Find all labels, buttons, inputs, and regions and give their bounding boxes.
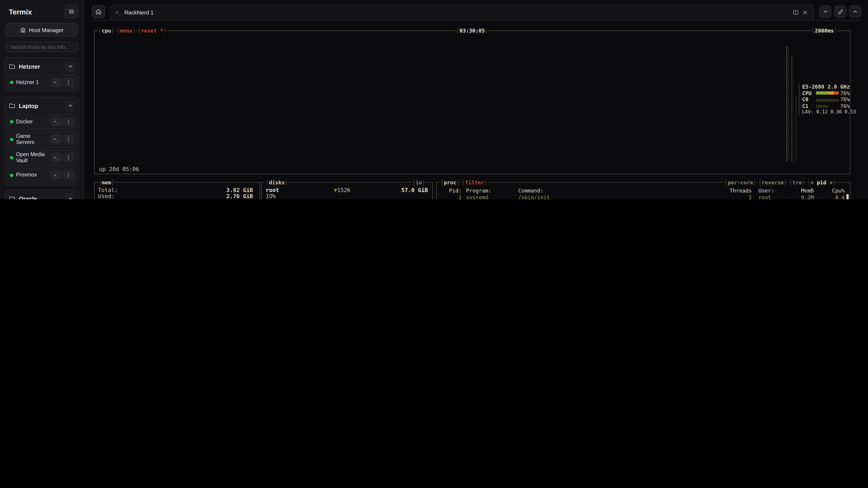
host-terminal-button[interactable]: >_ [51,78,61,87]
reset-button[interactable]: ┤reset *├ [137,27,167,34]
core1-label: C1 [802,103,814,109]
host-folder: HetznerHetzner 1>_ [4,58,79,92]
folder-collapse-button[interactable] [65,62,75,71]
uptime: up 20d 05:06 [99,166,139,172]
folder-collapse-button[interactable] [65,194,75,199]
host-name: Proxmox [16,172,48,178]
memory-panel: ┤mem├ Total:3.82 GiB Used:2.76 GiB 72% A… [94,182,260,199]
core1-sparkline [816,105,828,108]
sidebar-menu-button[interactable] [65,5,78,18]
host-menu-button[interactable] [63,171,74,180]
proc-scrollbar-thumb[interactable] [846,194,848,199]
process-panel: ┤proc├ ┤filter├ ┤per-core├ ┤reverse├ ┤tr… [436,182,850,199]
cpu-total-label: CPU [802,90,814,96]
terminal-tab[interactable]: >_ RackNerd 1 [110,4,814,20]
cpu-total-pct: 76% [840,90,850,96]
memory-panel-title: ┤mem├ [98,179,115,186]
folder-list: HetznerHetzner 1>_LaptopDocker>_Game Ser… [0,54,84,199]
split-view-button[interactable] [793,9,799,15]
folder-icon [9,195,16,199]
process-panel-title: ┤proc├ [440,179,460,186]
reverse-tab[interactable]: ┤reverse├ [758,179,787,186]
core0-label: C0 [802,96,814,103]
collapse-panel-button[interactable] [819,5,831,18]
host-item[interactable]: Game Servers>_ [6,131,77,148]
status-dot [10,173,13,177]
folder-header[interactable]: Hetzner [6,60,77,73]
cpu-graph [786,46,788,162]
tree-tab[interactable]: ┤tre├ [789,179,806,186]
building-icon [20,27,26,33]
kebab-menu-icon [66,155,71,160]
cpu-panel-title: ┤cpu├ [98,27,115,34]
load-average: LAV: 0.12 0.36 0.53 [802,109,850,115]
credentials-button[interactable] [834,5,846,18]
terminal-view[interactable]: ┤cpu├ ┤menu├ ┤reset *├ ┤03:30:05├ ┤2000m… [84,23,868,199]
hamburger-icon [68,8,74,15]
terminal-prompt-icon: >_ [116,10,121,15]
clock: ┤03:30:05├ [456,27,489,34]
status-dot [10,156,13,159]
host-manager-button[interactable]: Host Manager [5,23,78,37]
host-menu-button[interactable] [63,118,74,126]
kebab-menu-icon [66,119,71,124]
close-tab-button[interactable] [802,9,808,15]
host-item[interactable]: Open Media Vault>_ [6,149,77,166]
status-dot [10,120,13,123]
chevron-down-icon [67,103,73,108]
sidebar: Termix Host Manager HetznerHetzner 1>_La… [0,0,84,199]
kebab-menu-icon [66,173,71,178]
chevron-down-icon [67,64,73,69]
disk-name: root [266,187,279,193]
disks-panel-title: ┤disks├ [265,179,288,186]
process-row[interactable]: 1systemd/sbin/init1root9.2M0.4 [442,194,845,199]
search-input[interactable] [5,41,78,52]
host-item[interactable]: Hetzner 1>_ [6,75,77,90]
cpu-legend: E5-2680 2.8 GHz CPU 76% C0 76% C1 76% [799,84,850,116]
host-terminal-button[interactable]: >_ [51,153,61,162]
core1-pct: 76% [840,103,850,109]
status-dot [10,138,13,141]
folder-collapse-button[interactable] [65,101,75,110]
host-menu-button[interactable] [63,153,74,162]
folder-name: Hetzner [19,63,62,70]
host-name: Docker [16,119,48,125]
host-item[interactable]: Docker>_ [6,114,77,129]
close-icon [802,9,808,15]
menu-button[interactable]: ┤menu├ [116,27,136,34]
sidebar-header: Termix [0,0,84,21]
kebab-menu-icon [66,80,71,85]
folder-header[interactable]: Oracle [6,192,77,199]
expand-panel-button[interactable] [849,5,862,18]
host-terminal-button[interactable]: >_ [51,135,61,144]
chevron-down-icon [67,196,73,199]
cpu-panel: ┤cpu├ ┤menu├ ┤reset *├ ┤03:30:05├ ┤2000m… [94,31,850,174]
cpu-graph [791,57,794,162]
core0-sparkline [816,99,839,101]
cpu-model: E5-2680 [802,84,825,90]
host-menu-button[interactable] [63,135,74,144]
cpu-graph [796,97,797,162]
filter-button[interactable]: ┤filter├ [461,179,488,186]
core0-pct: 76% [840,96,850,103]
app-window: Termix Host Manager HetznerHetzner 1>_La… [0,0,868,199]
folder-icon [9,63,16,70]
io-tab[interactable]: ┤io├ [412,179,426,186]
sort-column-selector[interactable]: ┤< pid >├ [807,179,836,186]
home-icon [95,8,102,15]
tab-label: RackNerd 1 [124,9,153,15]
process-table[interactable]: 1systemd/sbin/init1root9.2M0.42kthreadd1… [442,194,845,199]
chevron-up-icon [852,9,858,14]
folder-header[interactable]: Laptop [6,99,77,112]
host-menu-button[interactable] [63,78,74,87]
host-name: Hetzner 1 [16,79,48,86]
host-terminal-button[interactable]: >_ [51,171,61,180]
per-core-tab[interactable]: ┤per-core├ [724,179,757,186]
mem-row-value: 2.76 GiB [226,193,253,199]
kebab-menu-icon [66,137,71,142]
host-terminal-button[interactable]: >_ [51,118,61,126]
host-item[interactable]: Proxmox>_ [6,167,77,183]
home-button[interactable] [92,5,105,18]
process-table-header[interactable]: Pid: Program: Command: Threads: User: Me… [442,188,845,194]
cpu-freq: 2.8 GHz [828,84,850,90]
